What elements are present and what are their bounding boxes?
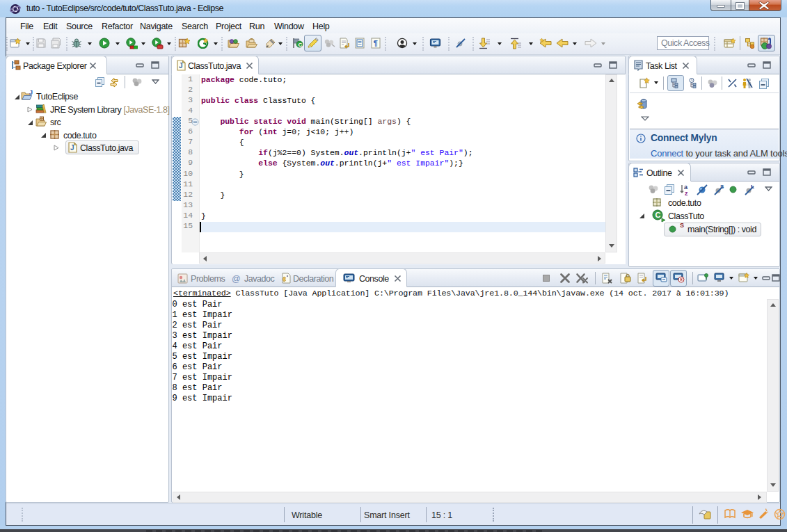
- svg-text:z: z: [685, 190, 688, 196]
- svg-text:J: J: [179, 62, 183, 70]
- svg-text:C: C: [655, 211, 661, 219]
- svg-text:¶: ¶: [374, 39, 379, 47]
- svg-text:C: C: [298, 42, 302, 48]
- svg-text:J: J: [70, 144, 74, 152]
- svg-text:J: J: [29, 90, 33, 96]
